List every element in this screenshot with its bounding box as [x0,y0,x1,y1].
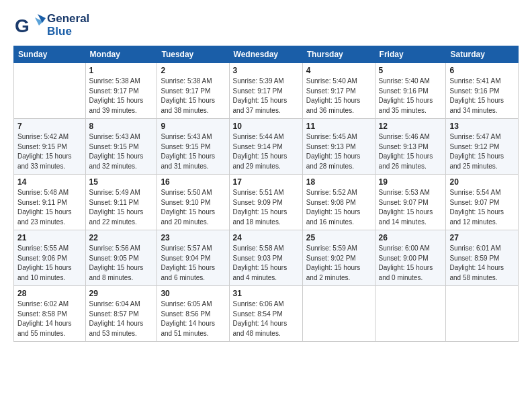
calendar-week-row: 1Sunrise: 5:38 AM Sunset: 9:17 PM Daylig… [14,63,519,119]
day-info: Sunrise: 6:04 AM Sunset: 8:57 PM Dayligh… [89,300,154,338]
day-number: 31 [233,289,299,298]
calendar-cell: 9Sunrise: 5:43 AM Sunset: 9:15 PM Daylig… [157,119,229,175]
calendar-cell: 13Sunrise: 5:47 AM Sunset: 9:12 PM Dayli… [446,119,519,175]
day-number: 14 [17,177,82,187]
calendar-cell: 2Sunrise: 5:38 AM Sunset: 9:17 PM Daylig… [157,63,229,119]
day-number: 5 [379,66,443,75]
day-number: 7 [17,122,82,131]
calendar-cell: 21Sunrise: 5:55 AM Sunset: 9:06 PM Dayli… [14,230,86,286]
day-info: Sunrise: 5:53 AM Sunset: 9:07 PM Dayligh… [379,188,443,227]
day-number: 12 [379,122,443,131]
calendar-header: SundayMondayTuesdayWednesdayThursdayFrid… [14,46,519,63]
calendar-cell: 12Sunrise: 5:46 AM Sunset: 9:13 PM Dayli… [375,119,446,175]
calendar-cell: 11Sunrise: 5:45 AM Sunset: 9:13 PM Dayli… [302,119,375,175]
weekday-header-monday: Monday [85,46,157,63]
day-info: Sunrise: 6:05 AM Sunset: 8:56 PM Dayligh… [161,300,225,338]
day-info: Sunrise: 5:47 AM Sunset: 9:12 PM Dayligh… [449,132,515,171]
day-info: Sunrise: 6:00 AM Sunset: 9:00 PM Dayligh… [379,244,443,283]
day-number: 6 [449,66,515,75]
day-number: 1 [89,66,154,75]
day-number: 24 [233,233,299,242]
calendar-cell: 3Sunrise: 5:39 AM Sunset: 9:17 PM Daylig… [229,63,302,119]
calendar-cell [375,286,446,342]
day-info: Sunrise: 6:01 AM Sunset: 8:59 PM Dayligh… [449,244,515,283]
calendar-cell: 15Sunrise: 5:49 AM Sunset: 9:11 PM Dayli… [85,175,157,230]
day-info: Sunrise: 5:46 AM Sunset: 9:13 PM Dayligh… [379,132,443,171]
day-number: 4 [306,66,371,75]
calendar-cell: 18Sunrise: 5:52 AM Sunset: 9:08 PM Dayli… [302,175,375,230]
day-info: Sunrise: 5:43 AM Sunset: 9:15 PM Dayligh… [89,132,154,171]
day-number: 21 [17,233,82,242]
calendar-cell: 7Sunrise: 5:42 AM Sunset: 9:15 PM Daylig… [14,119,86,175]
calendar-table: SundayMondayTuesdayWednesdayThursdayFrid… [13,46,519,342]
svg-text:G: G [15,15,30,36]
day-number: 9 [161,122,225,131]
day-number: 16 [161,177,225,187]
calendar-cell: 26Sunrise: 6:00 AM Sunset: 9:00 PM Dayli… [375,230,446,286]
calendar-cell: 31Sunrise: 6:06 AM Sunset: 8:54 PM Dayli… [229,286,302,342]
calendar-cell: 30Sunrise: 6:05 AM Sunset: 8:56 PM Dayli… [157,286,229,342]
day-info: Sunrise: 5:57 AM Sunset: 9:04 PM Dayligh… [161,244,225,283]
logo-svg: G [13,12,47,39]
day-info: Sunrise: 5:51 AM Sunset: 9:09 PM Dayligh… [233,188,299,227]
day-number: 15 [89,177,154,187]
day-info: Sunrise: 5:38 AM Sunset: 9:17 PM Dayligh… [89,77,154,116]
calendar-cell: 25Sunrise: 5:59 AM Sunset: 9:02 PM Dayli… [302,230,375,286]
calendar-week-row: 28Sunrise: 6:02 AM Sunset: 8:58 PM Dayli… [14,286,519,342]
day-number: 20 [449,177,515,187]
calendar-week-row: 21Sunrise: 5:55 AM Sunset: 9:06 PM Dayli… [14,230,519,286]
weekday-header-sunday: Sunday [14,46,86,63]
day-info: Sunrise: 6:06 AM Sunset: 8:54 PM Dayligh… [233,300,299,338]
calendar-cell [446,286,519,342]
day-number: 28 [17,289,82,298]
calendar-cell: 6Sunrise: 5:41 AM Sunset: 9:16 PM Daylig… [446,63,519,119]
day-number: 18 [306,177,371,187]
day-info: Sunrise: 5:43 AM Sunset: 9:15 PM Dayligh… [161,132,225,171]
weekday-header-saturday: Saturday [446,46,519,63]
calendar-week-row: 14Sunrise: 5:48 AM Sunset: 9:11 PM Dayli… [14,175,519,230]
calendar-cell [302,286,375,342]
day-info: Sunrise: 5:55 AM Sunset: 9:06 PM Dayligh… [17,244,82,283]
day-number: 25 [306,233,371,242]
day-info: Sunrise: 5:59 AM Sunset: 9:02 PM Dayligh… [306,244,371,283]
day-number: 17 [233,177,299,187]
day-number: 2 [161,66,225,75]
day-info: Sunrise: 5:42 AM Sunset: 9:15 PM Dayligh… [17,132,82,171]
calendar-cell: 14Sunrise: 5:48 AM Sunset: 9:11 PM Dayli… [14,175,86,230]
calendar-cell: 20Sunrise: 5:54 AM Sunset: 9:07 PM Dayli… [446,175,519,230]
calendar-cell: 4Sunrise: 5:40 AM Sunset: 9:17 PM Daylig… [302,63,375,119]
calendar-cell: 16Sunrise: 5:50 AM Sunset: 9:10 PM Dayli… [157,175,229,230]
calendar-cell: 22Sunrise: 5:56 AM Sunset: 9:05 PM Dayli… [85,230,157,286]
day-number: 13 [449,122,515,131]
day-number: 10 [233,122,299,131]
weekday-header-thursday: Thursday [302,46,375,63]
weekday-header-tuesday: Tuesday [157,46,229,63]
day-number: 27 [449,233,515,242]
weekday-header-friday: Friday [375,46,446,63]
calendar-cell: 27Sunrise: 6:01 AM Sunset: 8:59 PM Dayli… [446,230,519,286]
calendar-cell: 28Sunrise: 6:02 AM Sunset: 8:58 PM Dayli… [14,286,86,342]
day-info: Sunrise: 5:48 AM Sunset: 9:11 PM Dayligh… [17,188,82,227]
calendar-body: 1Sunrise: 5:38 AM Sunset: 9:17 PM Daylig… [14,63,519,342]
day-info: Sunrise: 5:56 AM Sunset: 9:05 PM Dayligh… [89,244,154,283]
calendar-cell [14,63,86,119]
day-info: Sunrise: 5:52 AM Sunset: 9:08 PM Dayligh… [306,188,371,227]
day-number: 30 [161,289,225,298]
calendar-week-row: 7Sunrise: 5:42 AM Sunset: 9:15 PM Daylig… [14,119,519,175]
weekday-header-wednesday: Wednesday [229,46,302,63]
day-info: Sunrise: 5:54 AM Sunset: 9:07 PM Dayligh… [449,188,515,227]
day-info: Sunrise: 5:41 AM Sunset: 9:16 PM Dayligh… [449,77,515,116]
calendar-cell: 5Sunrise: 5:40 AM Sunset: 9:16 PM Daylig… [375,63,446,119]
calendar-cell: 19Sunrise: 5:53 AM Sunset: 9:07 PM Dayli… [375,175,446,230]
day-info: Sunrise: 5:40 AM Sunset: 9:17 PM Dayligh… [306,77,371,116]
day-number: 22 [89,233,154,242]
day-info: Sunrise: 5:50 AM Sunset: 9:10 PM Dayligh… [161,188,225,227]
weekday-header-row: SundayMondayTuesdayWednesdayThursdayFrid… [14,46,519,63]
day-number: 11 [306,122,371,131]
day-info: Sunrise: 5:40 AM Sunset: 9:16 PM Dayligh… [379,77,443,116]
day-info: Sunrise: 5:49 AM Sunset: 9:11 PM Dayligh… [89,188,154,227]
day-number: 29 [89,289,154,298]
day-info: Sunrise: 5:45 AM Sunset: 9:13 PM Dayligh… [306,132,371,171]
calendar-cell: 29Sunrise: 6:04 AM Sunset: 8:57 PM Dayli… [85,286,157,342]
day-number: 19 [379,177,443,187]
